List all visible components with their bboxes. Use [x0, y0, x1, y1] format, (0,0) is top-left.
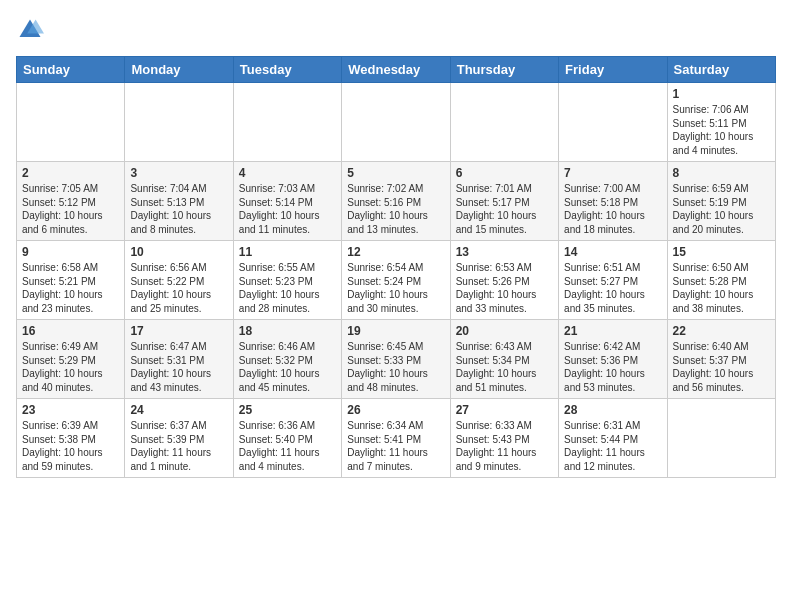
day-info: Sunrise: 6:58 AM Sunset: 5:21 PM Dayligh… — [22, 261, 119, 315]
calendar-cell: 14Sunrise: 6:51 AM Sunset: 5:27 PM Dayli… — [559, 241, 667, 320]
calendar-cell — [342, 83, 450, 162]
calendar-cell: 16Sunrise: 6:49 AM Sunset: 5:29 PM Dayli… — [17, 320, 125, 399]
calendar-cell: 18Sunrise: 6:46 AM Sunset: 5:32 PM Dayli… — [233, 320, 341, 399]
day-info: Sunrise: 7:01 AM Sunset: 5:17 PM Dayligh… — [456, 182, 553, 236]
day-number: 28 — [564, 403, 661, 417]
day-number: 22 — [673, 324, 770, 338]
day-info: Sunrise: 6:40 AM Sunset: 5:37 PM Dayligh… — [673, 340, 770, 394]
calendar-cell — [17, 83, 125, 162]
day-info: Sunrise: 7:04 AM Sunset: 5:13 PM Dayligh… — [130, 182, 227, 236]
calendar-cell: 7Sunrise: 7:00 AM Sunset: 5:18 PM Daylig… — [559, 162, 667, 241]
day-number: 7 — [564, 166, 661, 180]
day-info: Sunrise: 6:46 AM Sunset: 5:32 PM Dayligh… — [239, 340, 336, 394]
day-info: Sunrise: 6:45 AM Sunset: 5:33 PM Dayligh… — [347, 340, 444, 394]
day-number: 16 — [22, 324, 119, 338]
calendar-cell: 2Sunrise: 7:05 AM Sunset: 5:12 PM Daylig… — [17, 162, 125, 241]
weekday-header-sunday: Sunday — [17, 57, 125, 83]
day-number: 2 — [22, 166, 119, 180]
day-number: 23 — [22, 403, 119, 417]
day-info: Sunrise: 6:39 AM Sunset: 5:38 PM Dayligh… — [22, 419, 119, 473]
calendar-cell: 28Sunrise: 6:31 AM Sunset: 5:44 PM Dayli… — [559, 399, 667, 478]
calendar-cell: 23Sunrise: 6:39 AM Sunset: 5:38 PM Dayli… — [17, 399, 125, 478]
weekday-header-thursday: Thursday — [450, 57, 558, 83]
day-info: Sunrise: 6:34 AM Sunset: 5:41 PM Dayligh… — [347, 419, 444, 473]
calendar-cell — [559, 83, 667, 162]
calendar-week-2: 2Sunrise: 7:05 AM Sunset: 5:12 PM Daylig… — [17, 162, 776, 241]
day-number: 18 — [239, 324, 336, 338]
day-number: 20 — [456, 324, 553, 338]
day-number: 14 — [564, 245, 661, 259]
day-number: 9 — [22, 245, 119, 259]
calendar-cell: 21Sunrise: 6:42 AM Sunset: 5:36 PM Dayli… — [559, 320, 667, 399]
calendar-cell: 8Sunrise: 6:59 AM Sunset: 5:19 PM Daylig… — [667, 162, 775, 241]
day-info: Sunrise: 6:47 AM Sunset: 5:31 PM Dayligh… — [130, 340, 227, 394]
calendar-cell: 20Sunrise: 6:43 AM Sunset: 5:34 PM Dayli… — [450, 320, 558, 399]
day-number: 19 — [347, 324, 444, 338]
calendar-week-4: 16Sunrise: 6:49 AM Sunset: 5:29 PM Dayli… — [17, 320, 776, 399]
day-number: 4 — [239, 166, 336, 180]
day-info: Sunrise: 6:37 AM Sunset: 5:39 PM Dayligh… — [130, 419, 227, 473]
day-number: 1 — [673, 87, 770, 101]
day-number: 11 — [239, 245, 336, 259]
calendar-cell: 6Sunrise: 7:01 AM Sunset: 5:17 PM Daylig… — [450, 162, 558, 241]
day-info: Sunrise: 6:43 AM Sunset: 5:34 PM Dayligh… — [456, 340, 553, 394]
logo — [16, 16, 48, 44]
calendar-cell: 15Sunrise: 6:50 AM Sunset: 5:28 PM Dayli… — [667, 241, 775, 320]
day-info: Sunrise: 6:36 AM Sunset: 5:40 PM Dayligh… — [239, 419, 336, 473]
day-info: Sunrise: 6:59 AM Sunset: 5:19 PM Dayligh… — [673, 182, 770, 236]
day-number: 10 — [130, 245, 227, 259]
calendar-cell — [233, 83, 341, 162]
day-info: Sunrise: 7:05 AM Sunset: 5:12 PM Dayligh… — [22, 182, 119, 236]
day-info: Sunrise: 6:33 AM Sunset: 5:43 PM Dayligh… — [456, 419, 553, 473]
calendar-cell: 26Sunrise: 6:34 AM Sunset: 5:41 PM Dayli… — [342, 399, 450, 478]
day-number: 12 — [347, 245, 444, 259]
weekday-header-saturday: Saturday — [667, 57, 775, 83]
day-number: 6 — [456, 166, 553, 180]
day-info: Sunrise: 6:56 AM Sunset: 5:22 PM Dayligh… — [130, 261, 227, 315]
day-info: Sunrise: 6:54 AM Sunset: 5:24 PM Dayligh… — [347, 261, 444, 315]
day-number: 25 — [239, 403, 336, 417]
weekday-header-friday: Friday — [559, 57, 667, 83]
day-info: Sunrise: 6:42 AM Sunset: 5:36 PM Dayligh… — [564, 340, 661, 394]
day-number: 8 — [673, 166, 770, 180]
calendar-cell — [667, 399, 775, 478]
day-info: Sunrise: 6:53 AM Sunset: 5:26 PM Dayligh… — [456, 261, 553, 315]
day-number: 26 — [347, 403, 444, 417]
logo-icon — [16, 16, 44, 44]
calendar-cell: 25Sunrise: 6:36 AM Sunset: 5:40 PM Dayli… — [233, 399, 341, 478]
day-number: 13 — [456, 245, 553, 259]
calendar-cell: 22Sunrise: 6:40 AM Sunset: 5:37 PM Dayli… — [667, 320, 775, 399]
calendar-cell: 9Sunrise: 6:58 AM Sunset: 5:21 PM Daylig… — [17, 241, 125, 320]
day-number: 17 — [130, 324, 227, 338]
calendar-cell: 27Sunrise: 6:33 AM Sunset: 5:43 PM Dayli… — [450, 399, 558, 478]
day-info: Sunrise: 7:00 AM Sunset: 5:18 PM Dayligh… — [564, 182, 661, 236]
calendar-week-5: 23Sunrise: 6:39 AM Sunset: 5:38 PM Dayli… — [17, 399, 776, 478]
day-info: Sunrise: 7:02 AM Sunset: 5:16 PM Dayligh… — [347, 182, 444, 236]
calendar-table: SundayMondayTuesdayWednesdayThursdayFrid… — [16, 56, 776, 478]
calendar-cell: 3Sunrise: 7:04 AM Sunset: 5:13 PM Daylig… — [125, 162, 233, 241]
day-info: Sunrise: 6:55 AM Sunset: 5:23 PM Dayligh… — [239, 261, 336, 315]
day-number: 5 — [347, 166, 444, 180]
calendar-week-1: 1Sunrise: 7:06 AM Sunset: 5:11 PM Daylig… — [17, 83, 776, 162]
calendar-cell: 5Sunrise: 7:02 AM Sunset: 5:16 PM Daylig… — [342, 162, 450, 241]
day-number: 24 — [130, 403, 227, 417]
day-info: Sunrise: 6:51 AM Sunset: 5:27 PM Dayligh… — [564, 261, 661, 315]
calendar-cell: 24Sunrise: 6:37 AM Sunset: 5:39 PM Dayli… — [125, 399, 233, 478]
weekday-header-row: SundayMondayTuesdayWednesdayThursdayFrid… — [17, 57, 776, 83]
weekday-header-tuesday: Tuesday — [233, 57, 341, 83]
calendar-cell — [450, 83, 558, 162]
day-number: 21 — [564, 324, 661, 338]
calendar-cell: 10Sunrise: 6:56 AM Sunset: 5:22 PM Dayli… — [125, 241, 233, 320]
calendar-cell: 4Sunrise: 7:03 AM Sunset: 5:14 PM Daylig… — [233, 162, 341, 241]
calendar-cell: 19Sunrise: 6:45 AM Sunset: 5:33 PM Dayli… — [342, 320, 450, 399]
day-info: Sunrise: 6:31 AM Sunset: 5:44 PM Dayligh… — [564, 419, 661, 473]
day-number: 15 — [673, 245, 770, 259]
calendar-cell: 13Sunrise: 6:53 AM Sunset: 5:26 PM Dayli… — [450, 241, 558, 320]
day-info: Sunrise: 7:03 AM Sunset: 5:14 PM Dayligh… — [239, 182, 336, 236]
calendar-cell: 17Sunrise: 6:47 AM Sunset: 5:31 PM Dayli… — [125, 320, 233, 399]
day-info: Sunrise: 7:06 AM Sunset: 5:11 PM Dayligh… — [673, 103, 770, 157]
calendar-cell: 1Sunrise: 7:06 AM Sunset: 5:11 PM Daylig… — [667, 83, 775, 162]
day-number: 3 — [130, 166, 227, 180]
day-number: 27 — [456, 403, 553, 417]
day-info: Sunrise: 6:50 AM Sunset: 5:28 PM Dayligh… — [673, 261, 770, 315]
